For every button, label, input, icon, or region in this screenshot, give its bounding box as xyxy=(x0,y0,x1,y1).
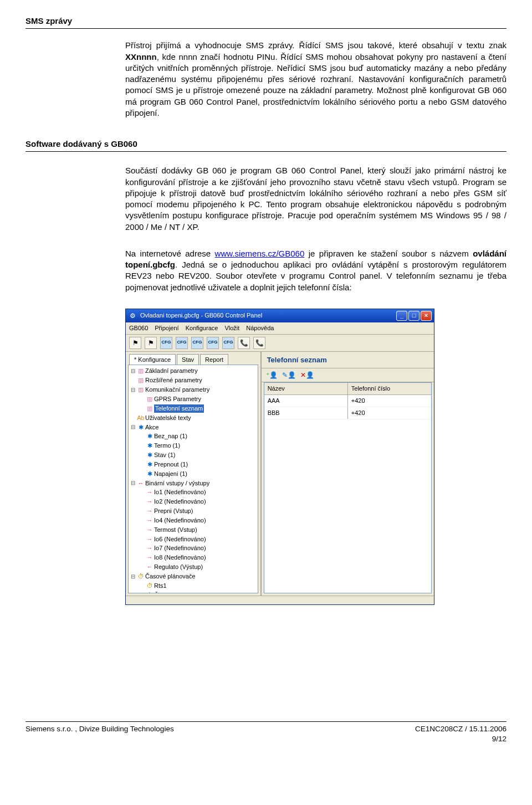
tree-node[interactable]: ▥Rozšířené parametry xyxy=(130,376,257,385)
tree-node-icon: → xyxy=(145,535,154,543)
table-row[interactable]: BBB+420 xyxy=(264,407,431,419)
edit-contact-button[interactable]: ✎👤 xyxy=(282,371,296,380)
tab-stav[interactable]: Stav xyxy=(177,354,199,365)
heading-software: Software dodávaný s GB060 xyxy=(25,139,507,152)
tree-node[interactable]: →Termost (Vstup) xyxy=(130,525,257,535)
menu-vlozit[interactable]: Vložit xyxy=(224,324,239,332)
toolbar-btn-cfg-4[interactable]: CFG xyxy=(207,337,219,349)
tree-node[interactable]: →Prepni (Vstup) xyxy=(130,506,257,516)
toolbar: ⚑ ⚑ CFG CFG CFG CFG CFG 📞 📞 xyxy=(126,335,434,352)
tab-konfigurace[interactable]: * Konfigurace xyxy=(129,354,176,365)
para-text: je připraven ke stažení soubor s názvem xyxy=(304,249,473,258)
tree-twisty-icon[interactable]: ⊟ xyxy=(130,573,136,581)
tree-twisty-icon[interactable] xyxy=(139,545,145,552)
column-header-name[interactable]: Název xyxy=(264,383,347,394)
delete-contact-button[interactable]: ✕👤 xyxy=(300,371,314,380)
toolbar-btn-2[interactable]: ⚑ xyxy=(145,337,157,349)
tree-twisty-icon[interactable]: ⊟ xyxy=(130,479,136,487)
tree-twisty-icon[interactable] xyxy=(139,591,145,593)
tree-twisty-icon[interactable] xyxy=(139,461,145,469)
tree-twisty-icon[interactable] xyxy=(139,396,145,403)
add-contact-button[interactable]: ⁺👤 xyxy=(266,371,278,380)
tree-node-icon: ✱ xyxy=(145,451,154,459)
tree-node[interactable]: ✱Prepnout (1) xyxy=(130,460,257,469)
window-title: Ovladani topeni.gbcfg - GB060 Control Pa… xyxy=(140,311,262,320)
tree-node[interactable]: ⊟⏱Časové plánovače xyxy=(130,572,257,581)
tree-twisty-icon[interactable]: ⊟ xyxy=(130,386,136,394)
tree-node-icon: ▥ xyxy=(136,376,145,384)
tree-node[interactable]: AbUživatelské texty xyxy=(130,413,257,423)
tree-node[interactable]: ▥Telefonní seznam xyxy=(130,404,257,413)
tree-twisty-icon[interactable] xyxy=(139,442,145,450)
tree-twisty-icon[interactable] xyxy=(139,507,145,515)
table-row[interactable]: AAA+420 xyxy=(264,395,431,407)
tree-node[interactable]: →Io2 (Nedefinováno) xyxy=(130,497,257,506)
tree-node[interactable]: ⊟↔Binární vstupy / výstupy xyxy=(130,479,257,488)
tree-twisty-icon[interactable] xyxy=(139,517,145,525)
tree-twisty-icon[interactable] xyxy=(139,582,145,590)
toolbar-btn-cfg-3[interactable]: CFG xyxy=(191,337,203,349)
toolbar-btn-phone-add[interactable]: 📞 xyxy=(238,337,250,349)
tree-twisty-icon[interactable] xyxy=(139,489,145,496)
tree-node-icon: → xyxy=(145,544,154,552)
tab-report[interactable]: Report xyxy=(200,354,228,365)
tree-twisty-icon[interactable] xyxy=(139,452,145,459)
toolbar-btn-phone-del[interactable]: 📞 xyxy=(253,337,265,349)
tree-node[interactable]: ⊟▥Komunikační parametry xyxy=(130,385,257,394)
tree-twisty-icon[interactable]: ⊟ xyxy=(130,423,136,431)
menu-konfigurace[interactable]: Konfigurace xyxy=(186,324,218,332)
tree-node-icon: → xyxy=(145,498,154,506)
toolbar-btn-cfg-1[interactable]: CFG xyxy=(160,337,172,349)
tree-node[interactable]: →Io8 (Nedefinováno) xyxy=(130,553,257,562)
tree-twisty-icon[interactable] xyxy=(139,433,145,440)
tree-node-label: Bez_nap (1) xyxy=(154,432,187,440)
maximize-button[interactable]: □ xyxy=(408,311,420,321)
tree-node[interactable]: ⏱Časovače xyxy=(130,591,257,593)
tree-node-label: Komunikační parametry xyxy=(145,386,209,394)
toolbar-btn-1[interactable]: ⚑ xyxy=(129,337,141,349)
tree-node-label: Telefonní seznam xyxy=(154,404,204,413)
phone-grid[interactable]: Název Telefonní číslo AAA+420BBB+420 xyxy=(264,382,432,593)
tree-twisty-icon[interactable] xyxy=(130,377,136,384)
tree-twisty-icon[interactable] xyxy=(139,535,145,543)
tree-twisty-icon[interactable] xyxy=(130,414,136,422)
tree-node[interactable]: →Io1 (Nedefinováno) xyxy=(130,488,257,497)
tree-node[interactable]: ✱Napajeni (1) xyxy=(130,469,257,479)
tree-twisty-icon[interactable] xyxy=(139,554,145,562)
tree-node-icon: ✱ xyxy=(145,460,154,469)
tree-node[interactable]: ✱Stav (1) xyxy=(130,450,257,460)
titlebar[interactable]: ⚙ Ovladani topeni.gbcfg - GB060 Control … xyxy=(126,309,434,322)
tree-node[interactable]: →Io4 (Nedefinováno) xyxy=(130,516,257,525)
tree-node-icon: ✱ xyxy=(145,470,154,478)
tree-twisty-icon[interactable] xyxy=(139,498,145,506)
tree-twisty-icon[interactable] xyxy=(139,526,145,534)
tree-node[interactable]: ✱Bez_nap (1) xyxy=(130,432,257,441)
toolbar-btn-cfg-2[interactable]: CFG xyxy=(176,337,188,349)
tree-node-label: Časovače xyxy=(154,591,181,593)
tree-twisty-icon[interactable] xyxy=(139,563,145,571)
tree-node[interactable]: →Io6 (Nedefinováno) xyxy=(130,535,257,544)
tree-node[interactable]: ⊟▥Základní parametry xyxy=(130,366,257,376)
tree-node[interactable]: ⏱Rts1 xyxy=(130,581,257,591)
link-siemens-gb060[interactable]: www.siemens.cz/GB060 xyxy=(215,249,305,258)
page-footer: Siemens s.r.o. , Divize Building Technol… xyxy=(25,721,507,744)
tree-node[interactable]: →Io7 (Nedefinováno) xyxy=(130,543,257,553)
tree-node-icon: ▥ xyxy=(136,367,145,375)
column-header-phone[interactable]: Telefonní číslo xyxy=(347,383,431,394)
menu-pripojeni[interactable]: Připojení xyxy=(155,324,178,332)
toolbar-btn-cfg-5[interactable]: CFG xyxy=(222,337,234,349)
menu-gb060[interactable]: GB060 xyxy=(129,324,148,332)
minimize-button[interactable]: _ xyxy=(396,311,407,321)
tree-node-label: Akce xyxy=(145,423,158,432)
tree-twisty-icon[interactable]: ⊟ xyxy=(130,367,136,375)
config-tree[interactable]: ⊟▥Základní parametry ▥Rozšířené parametr… xyxy=(128,365,258,593)
tree-node[interactable]: ⊟✱Akce xyxy=(130,423,257,432)
tree-twisty-icon[interactable] xyxy=(139,404,145,412)
tree-node[interactable]: ✱Termo (1) xyxy=(130,441,257,450)
close-button[interactable]: × xyxy=(421,311,432,321)
tree-twisty-icon[interactable] xyxy=(139,470,145,478)
tree-node[interactable]: ←Regulato (Výstup) xyxy=(130,562,257,572)
tree-node[interactable]: ▥GPRS Parametry xyxy=(130,394,257,404)
tree-node-label: Io2 (Nedefinováno) xyxy=(154,498,206,506)
menu-napoveda[interactable]: Nápověda xyxy=(246,324,274,332)
